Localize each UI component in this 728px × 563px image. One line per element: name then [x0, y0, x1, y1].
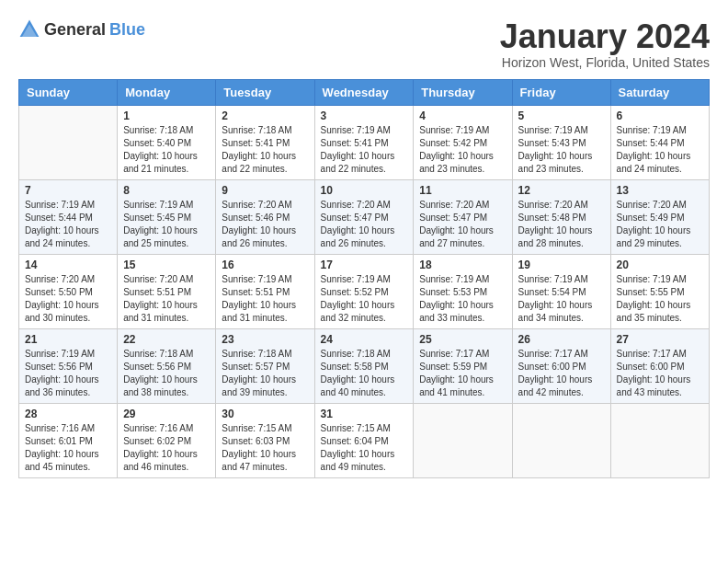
table-row: 8Sunrise: 7:19 AMSunset: 5:45 PMDaylight…: [118, 179, 216, 254]
col-thursday: Thursday: [414, 79, 512, 105]
day-number: 25: [419, 333, 506, 346]
day-info: Sunrise: 7:20 AMSunset: 5:49 PMDaylight:…: [617, 199, 703, 250]
day-info: Sunrise: 7:19 AMSunset: 5:42 PMDaylight:…: [419, 124, 506, 176]
table-row: 16Sunrise: 7:19 AMSunset: 5:51 PMDayligh…: [216, 254, 314, 328]
table-row: 23Sunrise: 7:18 AMSunset: 5:57 PMDayligh…: [216, 328, 314, 403]
table-row: [610, 403, 709, 477]
day-number: 7: [25, 184, 111, 197]
table-row: 15Sunrise: 7:20 AMSunset: 5:51 PMDayligh…: [118, 254, 216, 328]
day-info: Sunrise: 7:20 AMSunset: 5:48 PMDaylight:…: [518, 199, 605, 250]
day-number: 19: [518, 259, 605, 271]
day-number: 24: [321, 333, 408, 346]
table-row: 31Sunrise: 7:15 AMSunset: 6:04 PMDayligh…: [314, 403, 414, 477]
calendar-subtitle: Horizon West, Florida, United States: [500, 55, 710, 70]
day-info: Sunrise: 7:20 AMSunset: 5:51 PMDaylight:…: [123, 273, 210, 325]
table-row: 21Sunrise: 7:19 AMSunset: 5:56 PMDayligh…: [19, 328, 118, 403]
calendar-week-row: 7Sunrise: 7:19 AMSunset: 5:44 PMDaylight…: [19, 179, 710, 254]
col-saturday: Saturday: [610, 79, 709, 105]
day-number: 9: [222, 184, 308, 197]
day-number: 30: [222, 408, 308, 420]
day-info: Sunrise: 7:16 AMSunset: 6:01 PMDaylight:…: [25, 422, 111, 474]
logo-general: General: [44, 20, 106, 40]
day-info: Sunrise: 7:18 AMSunset: 5:56 PMDaylight:…: [123, 348, 210, 399]
table-row: 20Sunrise: 7:19 AMSunset: 5:55 PMDayligh…: [610, 254, 709, 328]
day-number: 6: [617, 109, 703, 122]
day-number: 23: [222, 333, 308, 346]
table-row: 25Sunrise: 7:17 AMSunset: 5:59 PMDayligh…: [414, 328, 512, 403]
day-info: Sunrise: 7:17 AMSunset: 5:59 PMDaylight:…: [419, 348, 506, 399]
table-row: [512, 403, 610, 477]
day-number: 5: [518, 109, 605, 122]
table-row: [414, 403, 512, 477]
calendar-table: Sunday Monday Tuesday Wednesday Thursday…: [18, 79, 710, 478]
day-number: 17: [321, 259, 408, 271]
logo-icon: [18, 18, 40, 40]
day-number: 12: [518, 184, 605, 197]
table-row: 19Sunrise: 7:19 AMSunset: 5:54 PMDayligh…: [512, 254, 610, 328]
day-info: Sunrise: 7:19 AMSunset: 5:45 PMDaylight:…: [123, 199, 210, 250]
day-info: Sunrise: 7:19 AMSunset: 5:55 PMDaylight:…: [617, 273, 703, 325]
calendar-week-row: 14Sunrise: 7:20 AMSunset: 5:50 PMDayligh…: [19, 254, 710, 328]
day-info: Sunrise: 7:18 AMSunset: 5:41 PMDaylight:…: [222, 124, 308, 176]
day-info: Sunrise: 7:19 AMSunset: 5:41 PMDaylight:…: [321, 124, 408, 176]
day-number: 21: [25, 333, 111, 346]
day-info: Sunrise: 7:19 AMSunset: 5:51 PMDaylight:…: [222, 273, 308, 325]
day-info: Sunrise: 7:20 AMSunset: 5:47 PMDaylight:…: [419, 199, 506, 250]
day-info: Sunrise: 7:19 AMSunset: 5:52 PMDaylight:…: [321, 273, 408, 325]
table-row: 7Sunrise: 7:19 AMSunset: 5:44 PMDaylight…: [19, 179, 118, 254]
day-info: Sunrise: 7:19 AMSunset: 5:53 PMDaylight:…: [419, 273, 506, 325]
logo: General Blue: [18, 18, 145, 40]
calendar-header-row: Sunday Monday Tuesday Wednesday Thursday…: [19, 79, 710, 105]
table-row: 3Sunrise: 7:19 AMSunset: 5:41 PMDaylight…: [314, 105, 414, 179]
table-row: 22Sunrise: 7:18 AMSunset: 5:56 PMDayligh…: [118, 328, 216, 403]
day-info: Sunrise: 7:19 AMSunset: 5:54 PMDaylight:…: [518, 273, 605, 325]
day-number: 2: [222, 109, 308, 122]
day-info: Sunrise: 7:17 AMSunset: 6:00 PMDaylight:…: [617, 348, 703, 399]
calendar-week-row: 1Sunrise: 7:18 AMSunset: 5:40 PMDaylight…: [19, 105, 710, 179]
day-info: Sunrise: 7:16 AMSunset: 6:02 PMDaylight:…: [123, 422, 210, 474]
table-row: [19, 105, 118, 179]
table-row: 24Sunrise: 7:18 AMSunset: 5:58 PMDayligh…: [314, 328, 414, 403]
day-number: 18: [419, 259, 506, 271]
page-header: General Blue January 2024 Horizon West, …: [18, 18, 710, 70]
day-info: Sunrise: 7:19 AMSunset: 5:43 PMDaylight:…: [518, 124, 605, 176]
table-row: 2Sunrise: 7:18 AMSunset: 5:41 PMDaylight…: [216, 105, 314, 179]
day-info: Sunrise: 7:18 AMSunset: 5:57 PMDaylight:…: [222, 348, 308, 399]
table-row: 14Sunrise: 7:20 AMSunset: 5:50 PMDayligh…: [19, 254, 118, 328]
table-row: 27Sunrise: 7:17 AMSunset: 6:00 PMDayligh…: [610, 328, 709, 403]
table-row: 26Sunrise: 7:17 AMSunset: 6:00 PMDayligh…: [512, 328, 610, 403]
day-number: 16: [222, 259, 308, 271]
day-info: Sunrise: 7:20 AMSunset: 5:47 PMDaylight:…: [321, 199, 408, 250]
day-number: 20: [617, 259, 703, 271]
table-row: 17Sunrise: 7:19 AMSunset: 5:52 PMDayligh…: [314, 254, 414, 328]
table-row: 12Sunrise: 7:20 AMSunset: 5:48 PMDayligh…: [512, 179, 610, 254]
table-row: 10Sunrise: 7:20 AMSunset: 5:47 PMDayligh…: [314, 179, 414, 254]
col-friday: Friday: [512, 79, 610, 105]
day-number: 29: [123, 408, 210, 420]
calendar-title: January 2024: [500, 18, 710, 55]
day-number: 1: [123, 109, 210, 122]
table-row: 13Sunrise: 7:20 AMSunset: 5:49 PMDayligh…: [610, 179, 709, 254]
table-row: 30Sunrise: 7:15 AMSunset: 6:03 PMDayligh…: [216, 403, 314, 477]
day-number: 31: [321, 408, 408, 420]
col-tuesday: Tuesday: [216, 79, 314, 105]
day-info: Sunrise: 7:20 AMSunset: 5:46 PMDaylight:…: [222, 199, 308, 250]
day-info: Sunrise: 7:19 AMSunset: 5:44 PMDaylight:…: [617, 124, 703, 176]
day-number: 14: [25, 259, 111, 271]
day-number: 8: [123, 184, 210, 197]
table-row: 5Sunrise: 7:19 AMSunset: 5:43 PMDaylight…: [512, 105, 610, 179]
day-info: Sunrise: 7:18 AMSunset: 5:58 PMDaylight:…: [321, 348, 408, 399]
col-monday: Monday: [118, 79, 216, 105]
day-info: Sunrise: 7:19 AMSunset: 5:56 PMDaylight:…: [25, 348, 111, 399]
day-number: 13: [617, 184, 703, 197]
day-number: 11: [419, 184, 506, 197]
col-wednesday: Wednesday: [314, 79, 414, 105]
title-section: January 2024 Horizon West, Florida, Unit…: [500, 18, 710, 70]
table-row: 29Sunrise: 7:16 AMSunset: 6:02 PMDayligh…: [118, 403, 216, 477]
day-number: 22: [123, 333, 210, 346]
calendar-week-row: 21Sunrise: 7:19 AMSunset: 5:56 PMDayligh…: [19, 328, 710, 403]
day-info: Sunrise: 7:15 AMSunset: 6:03 PMDaylight:…: [222, 422, 308, 474]
day-number: 26: [518, 333, 605, 346]
calendar-week-row: 28Sunrise: 7:16 AMSunset: 6:01 PMDayligh…: [19, 403, 710, 477]
day-number: 28: [25, 408, 111, 420]
